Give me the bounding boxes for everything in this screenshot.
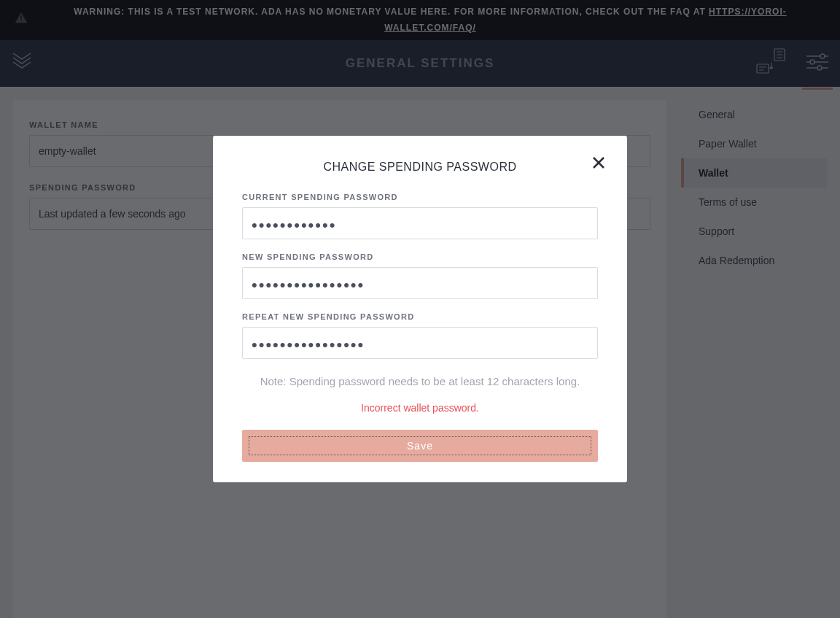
- save-button-wrap: Save: [242, 430, 598, 462]
- password-note: Note: Spending password needs to be at l…: [242, 375, 598, 387]
- change-password-modal: CHANGE SPENDING PASSWORD CURRENT SPENDIN…: [213, 136, 627, 482]
- new-password-group: NEW SPENDING PASSWORD: [242, 252, 598, 299]
- close-icon[interactable]: [592, 156, 605, 169]
- password-error: Incorrect wallet password.: [242, 402, 598, 414]
- new-password-label: NEW SPENDING PASSWORD: [242, 252, 598, 261]
- repeat-password-label: REPEAT NEW SPENDING PASSWORD: [242, 312, 598, 321]
- new-password-input[interactable]: [242, 267, 598, 299]
- current-password-group: CURRENT SPENDING PASSWORD: [242, 193, 598, 239]
- save-button[interactable]: Save: [249, 436, 591, 455]
- current-password-label: CURRENT SPENDING PASSWORD: [242, 193, 598, 201]
- repeat-password-input[interactable]: [242, 327, 598, 359]
- current-password-input[interactable]: [242, 207, 598, 239]
- modal-title: CHANGE SPENDING PASSWORD: [242, 161, 598, 174]
- repeat-password-group: REPEAT NEW SPENDING PASSWORD: [242, 312, 598, 359]
- modal-overlay[interactable]: CHANGE SPENDING PASSWORD CURRENT SPENDIN…: [0, 0, 840, 618]
